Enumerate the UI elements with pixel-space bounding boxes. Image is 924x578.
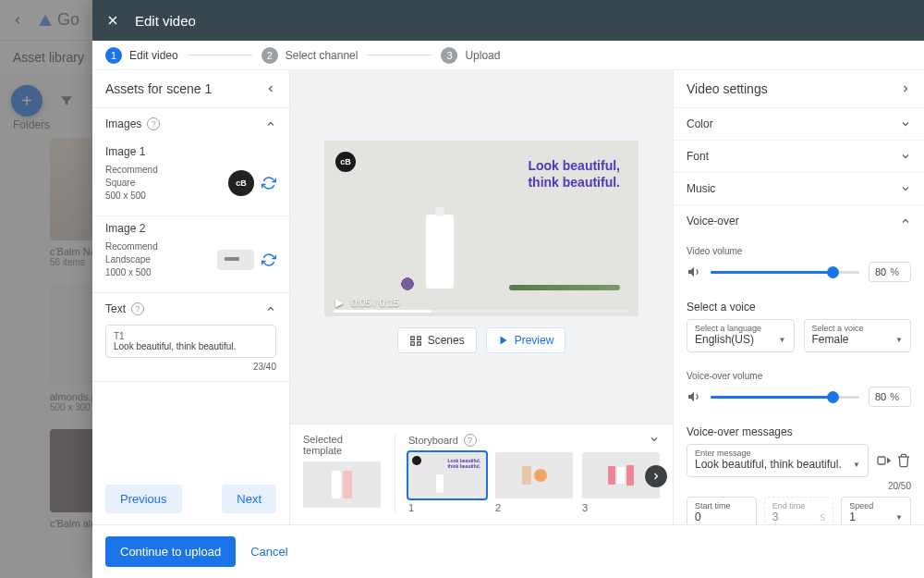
- selected-template-label: Selected template: [303, 434, 382, 456]
- scene-2-thumbnail[interactable]: [495, 452, 573, 498]
- step-edit-video[interactable]: 1 Edit video: [105, 47, 178, 64]
- collapse-panel-icon[interactable]: [265, 83, 276, 94]
- svg-rect-3: [417, 337, 420, 340]
- play-message-icon[interactable]: [876, 453, 891, 468]
- close-icon[interactable]: [105, 13, 120, 28]
- voiceover-row[interactable]: Voice-over: [674, 204, 924, 237]
- voiceover-volume-input[interactable]: 80%: [869, 387, 911, 407]
- svg-marker-6: [500, 337, 506, 345]
- voice-select[interactable]: Select a voice Female▼: [804, 319, 912, 352]
- color-row[interactable]: Color: [674, 107, 924, 140]
- voiceover-volume-label: Voice-over volume: [687, 371, 911, 381]
- svg-rect-5: [417, 342, 420, 346]
- scene-1-thumbnail[interactable]: Look beautiful,think beautiful.: [408, 452, 486, 498]
- chevron-up-icon[interactable]: [265, 118, 276, 129]
- edit-video-modal: Edit video 1 Edit video 2 Select channel…: [92, 0, 924, 578]
- music-row[interactable]: Music: [674, 172, 924, 204]
- delete-icon[interactable]: [896, 453, 911, 468]
- headline-text: Look beautiful, think beautiful.: [528, 157, 620, 191]
- text-section-label: Text: [105, 302, 126, 315]
- modal-title: Edit video: [135, 13, 196, 29]
- svg-rect-7: [878, 457, 885, 464]
- chevron-down-icon: ▼: [853, 461, 860, 469]
- play-icon[interactable]: ▶: [335, 296, 344, 309]
- voiceover-messages-header: Voice-over messages: [674, 416, 924, 444]
- scenes-button[interactable]: Scenes: [397, 327, 477, 353]
- video-settings-panel: Video settings Color Font Music Voice-ov…: [673, 70, 924, 524]
- flower-decoration: [380, 270, 435, 298]
- preview-stage: cB Look beautiful, think beautiful. ▶ 0:…: [290, 70, 673, 424]
- image-1-row: Image 1 Recommend Square 500 x 500 cB: [92, 140, 289, 215]
- message-char-count: 20/50: [674, 477, 924, 491]
- language-select[interactable]: Select a language English(US)▼: [687, 319, 795, 352]
- preview-button[interactable]: Preview: [486, 327, 566, 353]
- start-time-input[interactable]: Start time 0: [687, 497, 757, 524]
- t1-input[interactable]: T1 Look beautiful, think beautiful.: [105, 325, 276, 358]
- next-button[interactable]: Next: [222, 485, 276, 513]
- image-2-thumbnail[interactable]: [217, 250, 254, 270]
- swap-icon[interactable]: [261, 252, 276, 267]
- chevron-right-icon[interactable]: [900, 83, 911, 94]
- chevron-down-icon: ▼: [779, 336, 786, 344]
- assets-panel: Assets for scene 1 Images ? Image 1: [92, 70, 290, 524]
- chevron-down-icon: [900, 183, 911, 194]
- svg-rect-2: [410, 337, 414, 340]
- step-upload[interactable]: 3 Upload: [441, 47, 500, 64]
- assets-header: Assets for scene 1: [105, 81, 212, 96]
- swap-icon[interactable]: [261, 176, 276, 191]
- video-settings-header: Video settings: [687, 81, 768, 96]
- continue-button[interactable]: Continue to upload: [105, 536, 236, 567]
- help-icon[interactable]: ?: [131, 302, 144, 315]
- svg-rect-4: [410, 342, 414, 346]
- video-volume-label: Video volume: [687, 246, 911, 256]
- svg-marker-8: [888, 459, 891, 462]
- video-preview[interactable]: cB Look beautiful, think beautiful. ▶ 0:…: [324, 141, 638, 316]
- video-progress[interactable]: [334, 310, 629, 313]
- step-select-channel[interactable]: 2 Select channel: [261, 47, 359, 64]
- chevron-down-icon: [900, 118, 911, 129]
- speed-select[interactable]: Speed 1▼: [841, 497, 911, 524]
- t1-char-count: 23/40: [105, 362, 276, 372]
- video-volume-input[interactable]: 80%: [869, 262, 911, 282]
- cancel-button[interactable]: Cancel: [250, 545, 287, 559]
- brand-logo: cB: [335, 152, 356, 172]
- image-1-thumbnail[interactable]: cB: [228, 170, 254, 196]
- storyboard-label: Storyboard: [408, 435, 458, 446]
- voiceover-volume-slider[interactable]: [711, 396, 859, 399]
- select-voice-header: Select a voice: [674, 291, 924, 319]
- chevron-down-icon: ▼: [895, 336, 903, 344]
- help-icon[interactable]: ?: [147, 117, 160, 130]
- chevron-down-icon[interactable]: [649, 434, 660, 445]
- font-row[interactable]: Font: [674, 140, 924, 172]
- chevron-up-icon: [900, 215, 911, 227]
- images-section-label: Images: [105, 117, 141, 130]
- chevron-down-icon: [900, 151, 911, 162]
- template-thumbnail[interactable]: [303, 461, 381, 508]
- previous-button[interactable]: Previous: [105, 485, 182, 513]
- video-time: 0:05 / 0:15: [351, 297, 399, 308]
- next-scene-icon[interactable]: [645, 465, 667, 487]
- stepper: 1 Edit video 2 Select channel 3 Upload: [92, 41, 924, 70]
- message-input[interactable]: Enter message Look beautiful, think beau…: [687, 444, 869, 477]
- chevron-down-icon: ▼: [895, 513, 903, 522]
- video-volume-slider[interactable]: [711, 271, 859, 274]
- volume-icon[interactable]: [687, 264, 701, 279]
- herb-decoration: [509, 285, 620, 290]
- end-time-input: End time 3s: [764, 497, 834, 524]
- image-2-row: Image 2 Recommend Landscape 1000 x 500: [92, 215, 289, 292]
- help-icon[interactable]: ?: [464, 434, 477, 447]
- volume-icon[interactable]: [687, 389, 701, 404]
- chevron-up-icon[interactable]: [265, 303, 276, 314]
